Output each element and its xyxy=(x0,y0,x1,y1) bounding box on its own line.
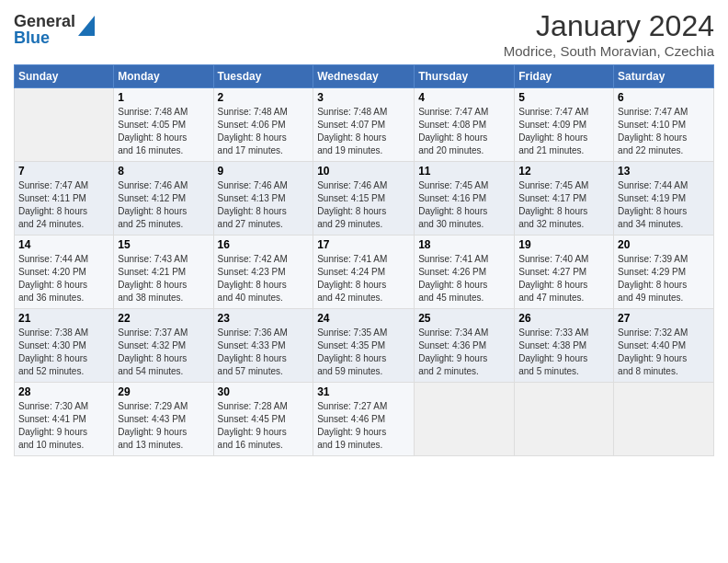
day-info: Sunrise: 7:48 AM Sunset: 4:05 PM Dayligh… xyxy=(118,106,209,157)
calendar-cell xyxy=(15,88,114,162)
calendar-cell: 17Sunrise: 7:41 AM Sunset: 4:24 PM Dayli… xyxy=(313,236,415,309)
calendar-week-row: 14Sunrise: 7:44 AM Sunset: 4:20 PM Dayli… xyxy=(15,236,714,309)
day-info: Sunrise: 7:42 AM Sunset: 4:23 PM Dayligh… xyxy=(218,253,310,304)
day-number: 12 xyxy=(518,165,609,178)
day-number: 13 xyxy=(618,165,710,178)
day-info: Sunrise: 7:47 AM Sunset: 4:08 PM Dayligh… xyxy=(418,106,510,157)
day-info: Sunrise: 7:35 AM Sunset: 4:35 PM Dayligh… xyxy=(317,327,410,378)
day-number: 22 xyxy=(118,312,209,325)
calendar-cell: 28Sunrise: 7:30 AM Sunset: 4:41 PM Dayli… xyxy=(15,383,114,456)
calendar-cell xyxy=(415,383,515,456)
day-info: Sunrise: 7:45 AM Sunset: 4:17 PM Dayligh… xyxy=(518,179,609,231)
day-info: Sunrise: 7:40 AM Sunset: 4:27 PM Dayligh… xyxy=(518,253,609,304)
calendar-cell: 9Sunrise: 7:46 AM Sunset: 4:13 PM Daylig… xyxy=(213,162,313,236)
day-number: 30 xyxy=(218,385,310,398)
calendar-week-row: 21Sunrise: 7:38 AM Sunset: 4:30 PM Dayli… xyxy=(15,309,714,383)
logo-general: General xyxy=(14,13,75,29)
day-info: Sunrise: 7:36 AM Sunset: 4:33 PM Dayligh… xyxy=(218,327,310,378)
calendar-cell: 23Sunrise: 7:36 AM Sunset: 4:33 PM Dayli… xyxy=(213,309,313,383)
day-info: Sunrise: 7:29 AM Sunset: 4:43 PM Dayligh… xyxy=(118,400,209,452)
day-number: 1 xyxy=(118,91,209,104)
day-number: 31 xyxy=(317,385,410,398)
calendar-cell: 25Sunrise: 7:34 AM Sunset: 4:36 PM Dayli… xyxy=(415,309,515,383)
calendar-table: SundayMondayTuesdayWednesdayThursdayFrid… xyxy=(14,64,714,456)
day-number: 29 xyxy=(118,385,209,398)
day-info: Sunrise: 7:43 AM Sunset: 4:21 PM Dayligh… xyxy=(118,253,209,304)
day-number: 18 xyxy=(418,238,510,251)
day-info: Sunrise: 7:32 AM Sunset: 4:40 PM Dayligh… xyxy=(618,327,710,378)
day-number: 2 xyxy=(218,91,310,104)
calendar-cell: 15Sunrise: 7:43 AM Sunset: 4:21 PM Dayli… xyxy=(114,236,213,309)
calendar-cell xyxy=(614,383,714,456)
day-info: Sunrise: 7:46 AM Sunset: 4:12 PM Dayligh… xyxy=(118,179,209,231)
day-number: 23 xyxy=(218,312,310,325)
day-info: Sunrise: 7:41 AM Sunset: 4:24 PM Dayligh… xyxy=(317,253,410,304)
day-info: Sunrise: 7:27 AM Sunset: 4:46 PM Dayligh… xyxy=(317,400,410,452)
calendar-cell: 24Sunrise: 7:35 AM Sunset: 4:35 PM Dayli… xyxy=(313,309,415,383)
day-of-week-header: Friday xyxy=(515,65,614,88)
calendar-cell: 20Sunrise: 7:39 AM Sunset: 4:29 PM Dayli… xyxy=(614,236,714,309)
day-of-week-header: Tuesday xyxy=(213,65,313,88)
day-info: Sunrise: 7:30 AM Sunset: 4:41 PM Dayligh… xyxy=(18,400,109,452)
day-info: Sunrise: 7:47 AM Sunset: 4:11 PM Dayligh… xyxy=(18,179,109,231)
logo-text: General Blue xyxy=(14,13,75,46)
calendar-cell: 30Sunrise: 7:28 AM Sunset: 4:45 PM Dayli… xyxy=(213,383,313,456)
day-number: 24 xyxy=(317,312,410,325)
day-info: Sunrise: 7:47 AM Sunset: 4:09 PM Dayligh… xyxy=(518,106,609,157)
day-info: Sunrise: 7:37 AM Sunset: 4:32 PM Dayligh… xyxy=(118,327,209,378)
calendar-cell: 3Sunrise: 7:48 AM Sunset: 4:07 PM Daylig… xyxy=(313,88,415,162)
calendar-cell: 8Sunrise: 7:46 AM Sunset: 4:12 PM Daylig… xyxy=(114,162,213,236)
calendar-cell: 18Sunrise: 7:41 AM Sunset: 4:26 PM Dayli… xyxy=(415,236,515,309)
calendar-cell: 26Sunrise: 7:33 AM Sunset: 4:38 PM Dayli… xyxy=(515,309,614,383)
day-number: 4 xyxy=(418,91,510,104)
day-info: Sunrise: 7:34 AM Sunset: 4:36 PM Dayligh… xyxy=(418,327,510,378)
day-number: 16 xyxy=(218,238,310,251)
day-number: 25 xyxy=(418,312,510,325)
calendar-cell: 4Sunrise: 7:47 AM Sunset: 4:08 PM Daylig… xyxy=(415,88,515,162)
day-info: Sunrise: 7:44 AM Sunset: 4:19 PM Dayligh… xyxy=(618,179,710,231)
main-container: General Blue January 2024 Modrice, South… xyxy=(0,0,728,465)
day-number: 3 xyxy=(317,91,410,104)
calendar-cell: 14Sunrise: 7:44 AM Sunset: 4:20 PM Dayli… xyxy=(15,236,114,309)
day-info: Sunrise: 7:48 AM Sunset: 4:06 PM Dayligh… xyxy=(218,106,310,157)
calendar-cell xyxy=(515,383,614,456)
calendar-cell: 21Sunrise: 7:38 AM Sunset: 4:30 PM Dayli… xyxy=(15,309,114,383)
day-info: Sunrise: 7:28 AM Sunset: 4:45 PM Dayligh… xyxy=(218,400,310,452)
calendar-cell: 16Sunrise: 7:42 AM Sunset: 4:23 PM Dayli… xyxy=(213,236,313,309)
calendar-cell: 11Sunrise: 7:45 AM Sunset: 4:16 PM Dayli… xyxy=(415,162,515,236)
calendar-header: SundayMondayTuesdayWednesdayThursdayFrid… xyxy=(15,65,714,88)
calendar-cell: 10Sunrise: 7:46 AM Sunset: 4:15 PM Dayli… xyxy=(313,162,415,236)
day-of-week-header: Saturday xyxy=(614,65,714,88)
calendar-cell: 7Sunrise: 7:47 AM Sunset: 4:11 PM Daylig… xyxy=(15,162,114,236)
header-row: SundayMondayTuesdayWednesdayThursdayFrid… xyxy=(15,65,714,88)
calendar-cell: 27Sunrise: 7:32 AM Sunset: 4:40 PM Dayli… xyxy=(614,309,714,383)
day-of-week-header: Sunday xyxy=(15,65,114,88)
day-info: Sunrise: 7:45 AM Sunset: 4:16 PM Dayligh… xyxy=(418,179,510,231)
day-of-week-header: Monday xyxy=(114,65,213,88)
header-area: General Blue January 2024 Modrice, South… xyxy=(14,9,714,59)
day-info: Sunrise: 7:46 AM Sunset: 4:15 PM Dayligh… xyxy=(317,179,410,231)
calendar-cell: 31Sunrise: 7:27 AM Sunset: 4:46 PM Dayli… xyxy=(313,383,415,456)
day-info: Sunrise: 7:38 AM Sunset: 4:30 PM Dayligh… xyxy=(18,327,109,378)
calendar-cell: 1Sunrise: 7:48 AM Sunset: 4:05 PM Daylig… xyxy=(114,88,213,162)
calendar-cell: 12Sunrise: 7:45 AM Sunset: 4:17 PM Dayli… xyxy=(515,162,614,236)
day-number: 19 xyxy=(518,238,609,251)
day-number: 28 xyxy=(18,385,109,398)
day-number: 14 xyxy=(18,238,109,251)
day-number: 26 xyxy=(518,312,609,325)
day-info: Sunrise: 7:44 AM Sunset: 4:20 PM Dayligh… xyxy=(18,253,109,304)
day-number: 8 xyxy=(118,165,209,178)
day-info: Sunrise: 7:39 AM Sunset: 4:29 PM Dayligh… xyxy=(618,253,710,304)
subtitle: Modrice, South Moravian, Czechia xyxy=(504,43,714,59)
calendar-cell: 6Sunrise: 7:47 AM Sunset: 4:10 PM Daylig… xyxy=(614,88,714,162)
day-info: Sunrise: 7:41 AM Sunset: 4:26 PM Dayligh… xyxy=(418,253,510,304)
day-number: 5 xyxy=(518,91,609,104)
month-title: January 2024 xyxy=(504,9,714,43)
logo-blue: Blue xyxy=(14,29,75,46)
calendar-cell: 2Sunrise: 7:48 AM Sunset: 4:06 PM Daylig… xyxy=(213,88,313,162)
logo-icon xyxy=(78,16,95,36)
calendar-week-row: 7Sunrise: 7:47 AM Sunset: 4:11 PM Daylig… xyxy=(15,162,714,236)
day-number: 6 xyxy=(618,91,710,104)
day-number: 20 xyxy=(618,238,710,251)
day-number: 27 xyxy=(618,312,710,325)
